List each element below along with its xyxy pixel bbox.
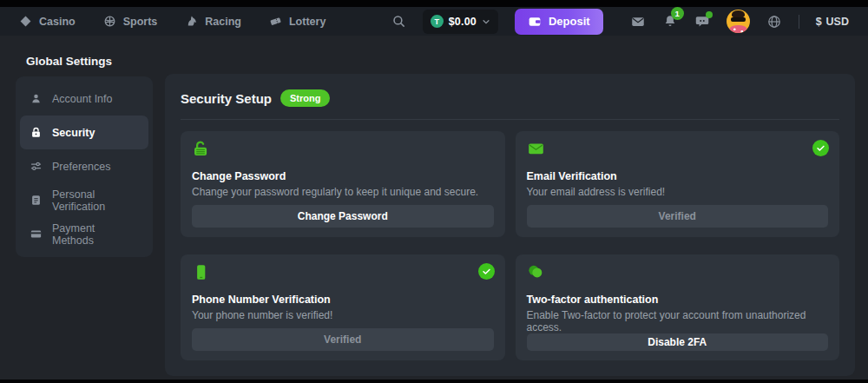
currency-symbol: $ <box>816 16 822 28</box>
window-bottom-strip <box>0 380 868 383</box>
top-navbar: Casino Sports Racing Lottery <box>0 7 868 36</box>
lock-icon <box>30 126 43 139</box>
sports-icon <box>103 15 116 28</box>
nav-link-lottery[interactable]: Lottery <box>269 15 326 28</box>
racing-horse-icon <box>185 15 198 28</box>
header-divider <box>181 119 839 120</box>
lottery-ticket-icon <box>269 15 282 28</box>
email-verification-card: Email Verification Your email address is… <box>516 131 840 237</box>
wallet-icon <box>528 15 542 29</box>
phone-icon <box>192 263 210 285</box>
app-window: Casino Sports Racing Lottery <box>0 0 868 383</box>
nav-link-label: Sports <box>123 16 158 28</box>
currency-selector[interactable]: $ USD <box>816 16 849 28</box>
deposit-label: Deposit <box>549 15 590 28</box>
nav-divider <box>799 15 799 29</box>
strength-badge: Strong <box>280 89 330 107</box>
chat-icon[interactable] <box>694 14 710 30</box>
phone-verified-button[interactable]: Verified <box>192 328 494 351</box>
window-top-strip <box>0 0 868 7</box>
section-title: Security Setup <box>181 91 272 106</box>
sidebar-item-label: Account Info <box>52 93 113 105</box>
search-icon[interactable] <box>391 14 406 29</box>
envelope-icon <box>527 140 545 162</box>
sidebar-item-label: Preferences <box>52 161 110 173</box>
nav-links: Casino Sports Racing Lottery <box>19 15 326 28</box>
change-password-button[interactable]: Change Password <box>192 205 494 228</box>
chevron-down-icon <box>482 17 490 26</box>
mail-icon[interactable] <box>630 14 646 30</box>
nav-link-label: Racing <box>205 16 241 28</box>
verified-check-icon <box>812 140 829 156</box>
two-factor-card: Two-factor authentication Enable Two-fac… <box>516 254 840 360</box>
casino-icon <box>19 15 32 28</box>
sidebar-item-personal-verification[interactable]: Personal Verification <box>20 183 148 217</box>
open-padlock-icon <box>192 140 210 162</box>
settings-sidebar: Account Info Security Preferences Person… <box>16 76 153 257</box>
currency-code: USD <box>826 16 849 28</box>
sidebar-item-label: Personal Verification <box>52 188 139 213</box>
sidebar-item-label: Security <box>52 127 95 139</box>
card-description: Change your password regularly to keep i… <box>192 186 494 198</box>
document-icon <box>30 194 43 207</box>
page-title: Global Settings <box>26 55 112 68</box>
avatar-shirt <box>729 25 747 33</box>
change-password-card: Change Password Change your password reg… <box>181 131 505 237</box>
security-cards-grid: Change Password Change your password reg… <box>181 131 839 360</box>
nav-link-casino[interactable]: Casino <box>19 15 76 28</box>
balance-amount: $0.00 <box>449 16 477 28</box>
email-verified-button[interactable]: Verified <box>527 205 829 228</box>
two-keys-icon <box>527 263 545 285</box>
sidebar-item-preferences[interactable]: Preferences <box>20 149 148 183</box>
card-title: Two-factor authentication <box>527 294 829 306</box>
security-setup-panel: Security Setup Strong Change Password Ch… <box>165 74 855 376</box>
notification-count-badge: 1 <box>671 7 684 20</box>
card-title: Change Password <box>192 170 494 182</box>
disable-2fa-button[interactable]: Disable 2FA <box>527 333 829 351</box>
credit-card-icon <box>30 228 43 241</box>
sidebar-item-security[interactable]: Security <box>20 116 148 149</box>
card-title: Email Verification <box>527 170 829 182</box>
card-title: Phone Number Verification <box>192 294 494 306</box>
sidebar-item-account-info[interactable]: Account Info <box>20 82 148 116</box>
globe-language-icon[interactable] <box>766 14 782 30</box>
nav-right-controls: T $0.00 Deposit 1 <box>391 9 849 35</box>
card-description: Enable Two-factor to protect your accoun… <box>527 309 829 333</box>
tether-coin-icon: T <box>431 15 444 28</box>
person-icon <box>30 92 43 105</box>
sliders-icon <box>30 160 43 173</box>
nav-link-label: Casino <box>39 16 76 28</box>
nav-link-racing[interactable]: Racing <box>185 15 241 28</box>
nav-link-sports[interactable]: Sports <box>103 15 158 28</box>
wallet-balance-dropdown[interactable]: T $0.00 <box>423 10 498 34</box>
user-avatar[interactable] <box>727 10 750 33</box>
nav-link-label: Lottery <box>289 16 326 28</box>
security-setup-header: Security Setup Strong <box>181 88 839 109</box>
phone-verification-card: Phone Number Verification Your phone num… <box>181 254 505 360</box>
sidebar-item-label: Payment Methods <box>52 222 139 247</box>
avatar-sunglasses <box>731 17 746 22</box>
card-description: Your phone number is verified! <box>192 309 494 321</box>
sidebar-item-payment-methods[interactable]: Payment Methods <box>20 217 148 251</box>
card-description: Your email address is verified! <box>527 186 829 198</box>
chat-online-dot <box>706 11 713 18</box>
notifications-bell-icon[interactable]: 1 <box>662 14 678 30</box>
verified-check-icon <box>478 263 495 280</box>
deposit-button[interactable]: Deposit <box>515 9 603 35</box>
